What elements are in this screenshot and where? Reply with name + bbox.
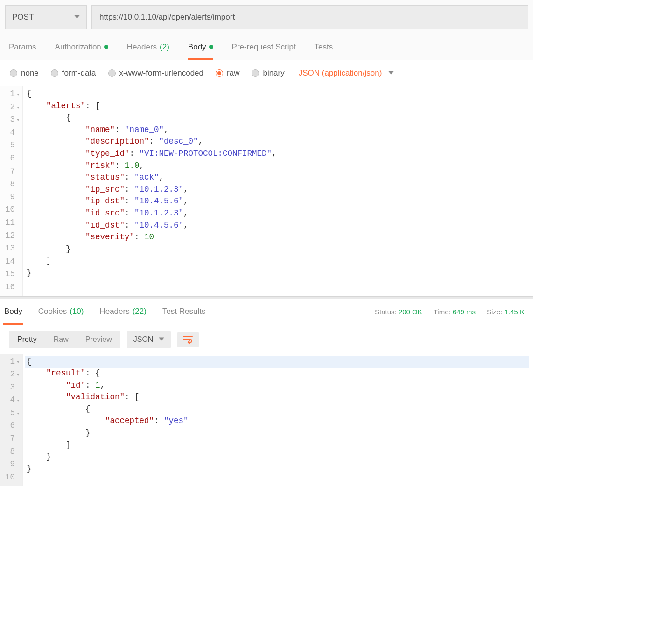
tab-authorization[interactable]: Authorization [55,34,108,60]
status-dot-icon [104,45,108,49]
body-type-radios: none form-data x-www-form-urlencoded raw… [0,60,533,86]
view-preview-button[interactable]: Preview [77,331,120,348]
response-lang-select[interactable]: JSON [127,331,171,348]
tab-params[interactable]: Params [9,34,36,60]
tab-prerequest[interactable]: Pre-request Script [232,34,296,60]
response-meta: Status: 200 OK Time: 649 ms Size: 1.45 K [375,308,525,316]
view-pretty-button[interactable]: Pretty [9,331,45,348]
editor-code[interactable]: { "alerts": [ { "name": "name_0", "descr… [23,86,533,296]
request-url-input[interactable] [91,5,528,29]
radio-raw[interactable]: raw [216,69,239,78]
radio-icon [216,69,223,77]
http-method-value: POST [12,13,34,22]
status-value: 200 OK [399,308,422,316]
request-tabs: Params Authorization Headers (2) Body Pr… [0,34,533,60]
http-method-select[interactable]: POST [5,5,87,29]
time-value: 649 ms [453,308,476,316]
radio-none[interactable]: none [10,69,39,78]
wrap-icon [183,335,193,344]
resp-tab-cookies[interactable]: Cookies (10) [37,299,85,325]
response-view-controls: Pretty Raw Preview JSON [0,325,533,354]
chevron-down-icon [159,335,164,344]
response-tabs: Body Cookies (10) Headers (22) Test Resu… [0,299,533,325]
request-url-bar: POST [0,0,533,34]
status-dot-icon [209,45,213,49]
content-type-select[interactable]: JSON (application/json) [299,69,394,78]
tab-body[interactable]: Body [188,34,213,60]
chevron-down-icon [388,69,394,78]
wrap-lines-button[interactable] [177,332,199,347]
size-value: 1.45 K [504,308,525,316]
chevron-down-icon [74,13,80,22]
resp-tab-test-results[interactable]: Test Results [161,299,207,325]
radio-xwww[interactable]: x-www-form-urlencoded [108,69,203,78]
radio-binary[interactable]: binary [252,69,284,78]
editor-code: { "result": { "id": 1, "validation": [ {… [23,354,533,486]
view-raw-button[interactable]: Raw [45,331,77,348]
radio-icon [252,69,259,77]
request-body-editor[interactable]: 1▾2▾3▾4 5 6 7 8 9 10 11 12 13 14 15 16 {… [0,86,533,296]
resp-tab-headers[interactable]: Headers (22) [98,299,147,325]
resp-tab-body[interactable]: Body [3,299,23,325]
response-body-viewer[interactable]: 1▾2▾3 4▾5▾6 7 8 9 10 { "result": { "id":… [0,354,533,486]
tab-headers[interactable]: Headers (2) [127,34,169,60]
response-view-mode: Pretty Raw Preview [9,331,120,348]
radio-icon [108,69,116,77]
radio-icon [10,69,17,77]
radio-form-data[interactable]: form-data [51,69,96,78]
editor-gutter: 1▾2▾3▾4 5 6 7 8 9 10 11 12 13 14 15 16 [0,86,23,296]
tab-tests[interactable]: Tests [315,34,333,60]
editor-gutter: 1▾2▾3 4▾5▾6 7 8 9 10 [0,354,23,486]
radio-icon [51,69,58,77]
